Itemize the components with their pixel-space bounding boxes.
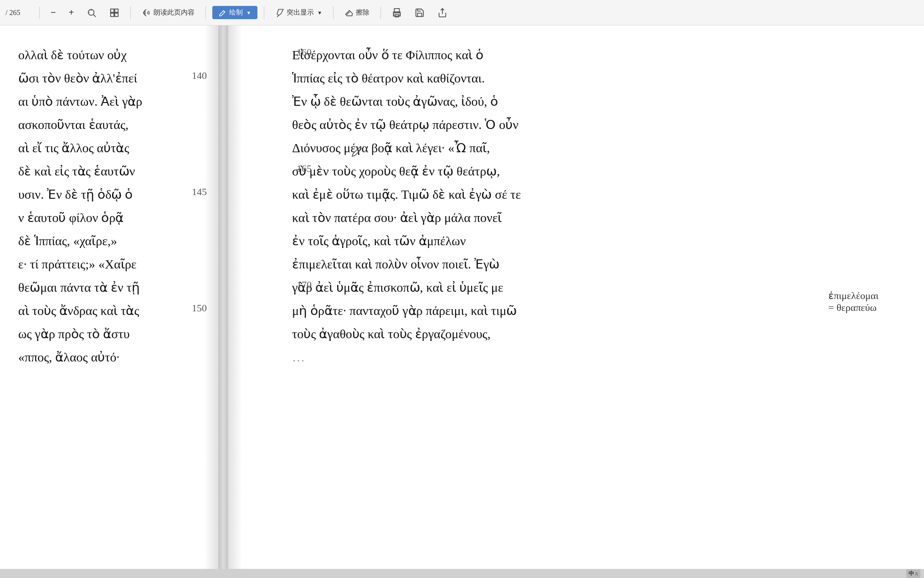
text-line: καὶ τὸν πατέρα σου· ἀεὶ γὰρ μάλα πονεῖ xyxy=(292,206,810,229)
separator-6 xyxy=(380,6,381,19)
language-selector[interactable]: 中 A xyxy=(906,569,920,578)
zoom-in-icon: + xyxy=(69,7,74,18)
svg-rect-7 xyxy=(115,13,118,16)
toolbar: / 265 − + 朗读此页内容 xyxy=(0,0,924,26)
separator-4 xyxy=(264,6,264,19)
text-line: ολλαὶ δὲ τούτων οὐχ xyxy=(18,44,182,66)
text-line: ε· τί πράττεις;» «Χαῖρε xyxy=(18,253,182,275)
margin-annotation: ἐπιμελέομαι = θεραπεύω xyxy=(828,290,919,314)
page-shadow-left xyxy=(205,26,218,569)
highlight-label: 突出显示 xyxy=(287,8,314,17)
right-page-text: 160 Εἰσέρχονται οὖν ὅ τε Φίλιππος καὶ ὁ … xyxy=(246,44,910,368)
text-line: θεὸς αὐτὸς ἐν τῷ θεάτρῳ πάρεστιν. Ὁ οὖν xyxy=(292,114,810,136)
read-aloud-label: 朗读此页内容 xyxy=(154,8,195,17)
spine-gutter xyxy=(219,26,228,569)
print-icon xyxy=(392,8,402,18)
text-line: «ππος, ἄλαος αὐτό· xyxy=(18,346,182,368)
text-line: … xyxy=(292,346,810,368)
draw-icon xyxy=(219,9,227,17)
text-line: ἐπιμελεῖται καὶ πολὺν οἶνον ποιεῖ. Ἐγὼ xyxy=(292,253,810,275)
highlight-button[interactable]: 突出显示 ▼ xyxy=(271,6,327,20)
line-number-145: 145 xyxy=(191,183,207,201)
text-line: δὲ καὶ εἰς τὰς ἑαυτῶν xyxy=(18,160,182,182)
text-line: αὶ τοὺς ἄνδρας καὶ τὰς 150 xyxy=(18,299,182,322)
highlight-dropdown-arrow[interactable]: ▼ xyxy=(317,10,322,15)
page-number: / 265 xyxy=(5,9,33,17)
highlight-icon xyxy=(275,8,284,17)
text-line: 165 σὺ μὲν τοὺς χοροὺς θεᾷ ἐν τῷ θεάτρῳ, xyxy=(292,160,810,182)
svg-line-9 xyxy=(224,10,225,12)
draw-button[interactable]: 绘制 ▼ xyxy=(212,6,257,19)
text-line: υσιν. Ἐν δὲ τῇ ὁδῷ ὁ 145 xyxy=(18,183,182,206)
line-number-150: 150 xyxy=(191,299,207,317)
separator-5 xyxy=(333,6,334,19)
separator-3 xyxy=(205,6,206,19)
text-line: αὶ εἴ τις ἄλλος αὐτὰς xyxy=(18,137,182,159)
text-line: μὴ ὁρᾶτε· πανταχοῦ γὰρ πάρειμι, καὶ τιμῶ xyxy=(292,299,810,322)
right-page: 160 Εἰσέρχονται οὖν ὅ τε Φίλιππος καὶ ὁ … xyxy=(228,26,924,569)
left-page: ολλαὶ δὲ τούτων οὐχ ῶσι τὸν θεὸν ἀλλ'ἐπε… xyxy=(0,26,219,569)
line-number-160: 160 xyxy=(297,44,312,62)
text-line: 160 Εἰσέρχονται οὖν ὅ τε Φίλιππος καὶ ὁ xyxy=(292,44,810,66)
text-line: ασκοποῦνται ἑαυτάς, xyxy=(18,114,182,136)
read-aloud-button[interactable]: 朗读此页内容 xyxy=(137,6,199,20)
left-page-text: ολλαὶ δὲ τούτων οὐχ ῶσι τὸν θεὸν ἀλλ'ἐπε… xyxy=(18,44,205,368)
text-line: Ἱππίας εἰς τὸ θέατρον καὶ καθίζονται. xyxy=(292,67,810,89)
svg-rect-14 xyxy=(395,14,398,16)
separator-2 xyxy=(130,6,131,19)
line-number-165: 165 xyxy=(297,160,312,178)
bottom-bar: 中 A xyxy=(0,569,924,578)
text-line: δὲ Ἱππίας, «χαῖρε,» xyxy=(18,230,182,252)
svg-rect-5 xyxy=(115,9,118,12)
svg-rect-12 xyxy=(395,8,400,11)
layout-button[interactable] xyxy=(105,5,124,20)
erase-button[interactable]: 擦除 xyxy=(340,6,374,20)
draw-label: 绘制 xyxy=(229,8,243,17)
text-line: καὶ ἐμὲ οὕτω τιμᾷς. Τιμῶ δὲ καὶ ἐγὼ σέ τ… xyxy=(292,183,810,206)
text-line: ἐν τοῖς ἀγροῖς, καὶ τῶν ἀμπέλων xyxy=(292,230,810,252)
read-aloud-icon xyxy=(142,8,151,17)
zoom-out-button[interactable]: − xyxy=(46,5,61,20)
text-line: τοὺς ἀγαθοὺς καὶ τοὺς ἐργαζομένους, xyxy=(292,323,810,345)
separator-1 xyxy=(39,6,40,19)
svg-rect-6 xyxy=(111,13,114,16)
text-line: ν ἑαυτοῦ φίλον ὁρᾷ xyxy=(18,206,182,229)
save-icon xyxy=(415,8,425,18)
line-number-140: 140 xyxy=(191,67,207,85)
draw-dropdown-arrow[interactable]: ▼ xyxy=(246,10,251,15)
text-line: 170 γὰρ ἀεὶ ὑμᾶς ἐπισκοπῶ, καὶ εἰ ὑμεῖς … xyxy=(292,276,810,299)
share-icon xyxy=(437,8,447,18)
share-button[interactable] xyxy=(433,5,452,20)
text-line: ῶσι τὸν θεὸν ἀλλ'ἐπεί 140 xyxy=(18,67,182,89)
text-line: Διόνυσος μέγα βοᾷ καὶ λέγει· «Ὦ παῖ, xyxy=(292,137,810,159)
line-number-170: 170 xyxy=(297,276,312,294)
svg-rect-4 xyxy=(111,9,114,12)
text-line: ως γὰρ πρὸς τὸ ἄστυ xyxy=(18,323,182,345)
save-button[interactable] xyxy=(410,5,429,20)
text-line: θεῶμαι πάντα τὰ ἐν τῇ xyxy=(18,276,182,299)
layout-icon xyxy=(109,8,119,18)
print-button[interactable] xyxy=(387,5,406,20)
page-shadow-right xyxy=(228,26,242,569)
text-line: Ἐν ᾧ δὲ θεῶνται τοὺς ἀγῶνας, ἰδού, ὁ xyxy=(292,90,810,113)
erase-icon xyxy=(344,8,354,17)
svg-line-10 xyxy=(277,15,278,16)
lang-zh-label: 中 xyxy=(909,570,914,578)
zoom-out-icon: − xyxy=(51,7,56,18)
search-button[interactable] xyxy=(82,5,101,20)
lang-a-label: A xyxy=(915,571,918,576)
content-area: ολλαὶ δὲ τούτων οὐχ ῶσι τὸν θεὸν ἀλλ'ἐπε… xyxy=(0,26,924,569)
erase-label: 擦除 xyxy=(356,8,370,17)
zoom-in-button[interactable]: + xyxy=(64,5,79,20)
svg-line-1 xyxy=(94,15,96,17)
search-icon xyxy=(87,8,97,18)
text-line: αι ὑπὸ πάντων. Ἀεὶ γὰρ xyxy=(18,90,182,113)
